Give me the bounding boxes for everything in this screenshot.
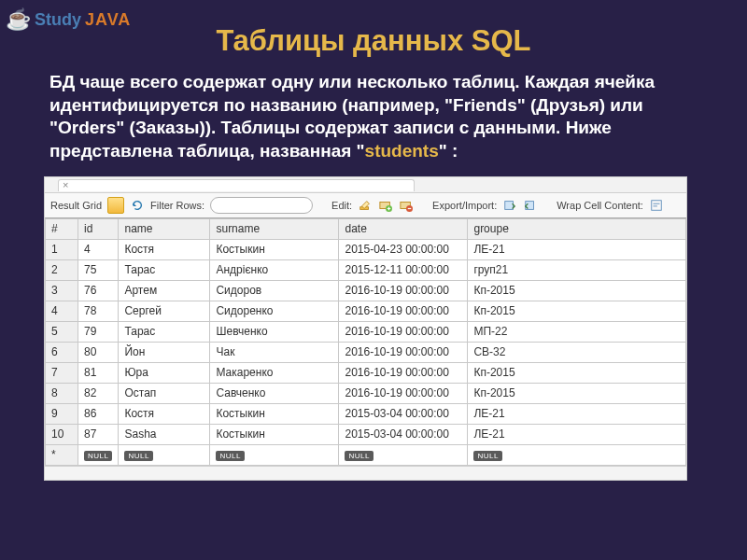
para-before: БД чаще всего содержат одну или нескольк… bbox=[49, 72, 655, 161]
row-number[interactable]: 9 bbox=[46, 403, 78, 424]
table-cell[interactable]: 87 bbox=[78, 424, 119, 444]
row-number[interactable]: 6 bbox=[46, 342, 78, 362]
edit-icon[interactable] bbox=[358, 198, 373, 213]
table-cell[interactable]: Андрієнко bbox=[210, 259, 339, 280]
row-number[interactable]: 8 bbox=[46, 383, 78, 403]
close-icon[interactable]: × bbox=[63, 179, 68, 190]
table-cell[interactable]: Макаренко bbox=[210, 362, 339, 383]
table-cell[interactable]: ЛЕ-21 bbox=[468, 403, 686, 424]
refresh-icon[interactable] bbox=[130, 198, 145, 213]
table-row[interactable]: 579ТарасШевченко2016-10-19 00:00:00МП-22 bbox=[46, 321, 686, 342]
table-cell[interactable]: Костя bbox=[119, 239, 210, 259]
table-cell[interactable]: 82 bbox=[78, 383, 119, 403]
table-cell[interactable]: 2016-10-19 00:00:00 bbox=[339, 280, 468, 301]
table-cell[interactable]: Юра bbox=[119, 362, 210, 383]
para-after: " : bbox=[439, 141, 458, 161]
table-cell[interactable]: Сергей bbox=[119, 301, 210, 321]
row-number[interactable]: 7 bbox=[46, 362, 78, 383]
table-cell[interactable]: груп21 bbox=[468, 259, 686, 280]
table-cell[interactable]: 2015-03-04 00:00:00 bbox=[339, 403, 468, 424]
table-cell[interactable]: Костыкин bbox=[210, 403, 339, 424]
filter-input[interactable] bbox=[210, 197, 313, 214]
table-cell[interactable]: NULL bbox=[78, 444, 119, 465]
table-cell[interactable]: 86 bbox=[78, 403, 119, 424]
export-icon[interactable] bbox=[502, 198, 517, 213]
db-screenshot: × Result Grid Filter Rows: 🔍 Edit: Expor… bbox=[44, 176, 687, 481]
table-cell[interactable]: СВ-32 bbox=[468, 342, 686, 362]
para-highlight: students bbox=[365, 141, 439, 161]
table-cell[interactable]: Чак bbox=[210, 342, 339, 362]
table-cell[interactable]: NULL bbox=[468, 444, 686, 465]
table-cell[interactable]: Савченко bbox=[210, 383, 339, 403]
table-row[interactable]: 14КостяКостыкин2015-04-23 00:00:00ЛЕ-21 bbox=[46, 239, 686, 259]
null-tag: NULL bbox=[345, 451, 373, 461]
table-cell[interactable]: Остап bbox=[119, 383, 210, 403]
table-row[interactable]: 376АртемСидоров2016-10-19 00:00:00Кп-201… bbox=[46, 280, 686, 301]
table-cell[interactable]: 80 bbox=[78, 342, 119, 362]
table-cell[interactable]: Кп-2015 bbox=[468, 301, 686, 321]
table-cell[interactable]: 2016-10-19 00:00:00 bbox=[339, 383, 468, 403]
table-cell[interactable]: Йон bbox=[119, 342, 210, 362]
table-cell[interactable]: NULL bbox=[339, 444, 468, 465]
table-cell[interactable]: 2016-10-19 00:00:00 bbox=[339, 362, 468, 383]
table-cell[interactable]: Костыкин bbox=[210, 424, 339, 444]
table-header: #idnamesurnamedategroupe bbox=[46, 218, 686, 239]
wrap-cell-icon[interactable] bbox=[649, 198, 664, 213]
table-cell[interactable]: 75 bbox=[78, 259, 119, 280]
table-cell[interactable]: 2015-03-04 00:00:00 bbox=[339, 424, 468, 444]
table-cell[interactable]: Sasha bbox=[119, 424, 210, 444]
table-cell[interactable]: NULL bbox=[119, 444, 210, 465]
row-number[interactable]: * bbox=[46, 444, 78, 465]
table-cell[interactable]: 76 bbox=[78, 280, 119, 301]
grid-icon[interactable] bbox=[107, 197, 124, 214]
table-cell[interactable]: Артем bbox=[119, 280, 210, 301]
row-number[interactable]: 1 bbox=[46, 239, 78, 259]
table-cell[interactable]: 78 bbox=[78, 301, 119, 321]
row-number[interactable]: 10 bbox=[46, 424, 78, 444]
table-cell[interactable]: ЛЕ-21 bbox=[468, 239, 686, 259]
column-header[interactable]: # bbox=[46, 218, 78, 239]
row-number[interactable]: 5 bbox=[46, 321, 78, 342]
table-cell[interactable]: Сидоров bbox=[210, 280, 339, 301]
table-row[interactable]: 781ЮраМакаренко2016-10-19 00:00:00Кп-201… bbox=[46, 362, 686, 383]
result-tab[interactable]: × bbox=[58, 179, 415, 191]
table-row[interactable]: 275ТарасАндрієнко2015-12-11 00:00:00груп… bbox=[46, 259, 686, 280]
table-cell[interactable]: 2016-10-19 00:00:00 bbox=[339, 342, 468, 362]
table-cell[interactable]: 81 bbox=[78, 362, 119, 383]
row-number[interactable]: 3 bbox=[46, 280, 78, 301]
table-cell[interactable]: МП-22 bbox=[468, 321, 686, 342]
null-row[interactable]: *NULLNULLNULLNULLNULL bbox=[46, 444, 686, 465]
table-cell[interactable]: Шевченко bbox=[210, 321, 339, 342]
table-cell[interactable]: Костыкин bbox=[210, 239, 339, 259]
add-row-icon[interactable] bbox=[378, 198, 393, 213]
column-header[interactable]: id bbox=[78, 218, 119, 239]
table-cell[interactable]: 79 bbox=[78, 321, 119, 342]
table-row[interactable]: 478СергейСидоренко2016-10-19 00:00:00Кп-… bbox=[46, 301, 686, 321]
table-cell[interactable]: Сидоренко bbox=[210, 301, 339, 321]
column-header[interactable]: groupe bbox=[468, 218, 686, 239]
table-cell[interactable]: 2015-04-23 00:00:00 bbox=[339, 239, 468, 259]
table-cell[interactable]: Тарас bbox=[119, 321, 210, 342]
table-row[interactable]: 986КостяКостыкин2015-03-04 00:00:00ЛЕ-21 bbox=[46, 403, 686, 424]
table-cell[interactable]: Кп-2015 bbox=[468, 280, 686, 301]
table-cell[interactable]: ЛЕ-21 bbox=[468, 424, 686, 444]
import-icon[interactable] bbox=[523, 198, 538, 213]
delete-row-icon[interactable] bbox=[399, 198, 414, 213]
column-header[interactable]: name bbox=[119, 218, 210, 239]
row-number[interactable]: 4 bbox=[46, 301, 78, 321]
table-cell[interactable]: 2015-12-11 00:00:00 bbox=[339, 259, 468, 280]
row-number[interactable]: 2 bbox=[46, 259, 78, 280]
column-header[interactable]: surname bbox=[210, 218, 339, 239]
table-cell[interactable]: 2016-10-19 00:00:00 bbox=[339, 301, 468, 321]
column-header[interactable]: date bbox=[339, 218, 468, 239]
table-cell[interactable]: Кп-2015 bbox=[468, 383, 686, 403]
table-cell[interactable]: Костя bbox=[119, 403, 210, 424]
table-row[interactable]: 882ОстапСавченко2016-10-19 00:00:00Кп-20… bbox=[46, 383, 686, 403]
table-cell[interactable]: NULL bbox=[210, 444, 339, 465]
table-row[interactable]: 1087SashaКостыкин2015-03-04 00:00:00ЛЕ-2… bbox=[46, 424, 686, 444]
table-cell[interactable]: Кп-2015 bbox=[468, 362, 686, 383]
table-cell[interactable]: 2016-10-19 00:00:00 bbox=[339, 321, 468, 342]
table-cell[interactable]: Тарас bbox=[119, 259, 210, 280]
table-row[interactable]: 680ЙонЧак2016-10-19 00:00:00СВ-32 bbox=[46, 342, 686, 362]
table-cell[interactable]: 4 bbox=[78, 239, 119, 259]
